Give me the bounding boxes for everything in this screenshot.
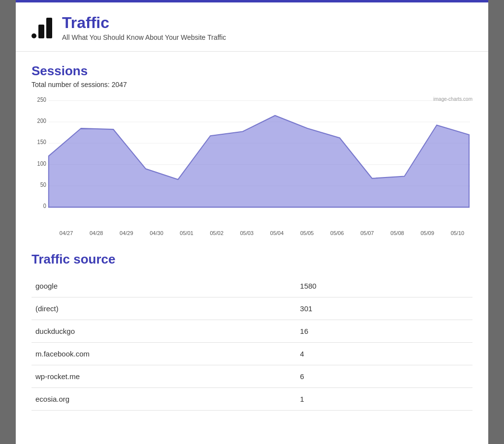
table-row: m.facebook.com 4 xyxy=(32,343,472,365)
source-count: 301 xyxy=(296,297,472,320)
area-chart: 250 200 150 100 50 0 xyxy=(32,96,472,224)
sessions-subtitle: Total number of sessions: 2047 xyxy=(32,81,472,89)
source-count: 1580 xyxy=(296,275,472,297)
source-count: 16 xyxy=(296,320,472,343)
source-name: m.facebook.com xyxy=(32,343,296,365)
svg-text:0: 0 xyxy=(43,203,46,209)
source-name: duckduckgo xyxy=(32,320,296,343)
sessions-section: Sessions Total number of sessions: 2047 … xyxy=(32,63,472,236)
x-label-3: 04/30 xyxy=(141,230,171,236)
x-label-6: 05/03 xyxy=(232,230,262,236)
traffic-source-section: Traffic source google 1580 (direct) 301 … xyxy=(32,252,472,411)
x-label-7: 05/04 xyxy=(262,230,292,236)
source-name: wp-rocket.me xyxy=(32,365,296,388)
x-label-9: 05/06 xyxy=(322,230,352,236)
header: Traffic All What You Should Know About Y… xyxy=(16,2,488,52)
traffic-source-title: Traffic source xyxy=(32,252,472,267)
x-label-0: 04/27 xyxy=(51,230,81,236)
source-count: 4 xyxy=(296,343,472,365)
chart-area xyxy=(49,116,469,207)
logo-bars xyxy=(32,18,52,38)
source-count: 6 xyxy=(296,365,472,388)
x-label-2: 04/29 xyxy=(111,230,141,236)
logo-bar-medium xyxy=(38,25,44,38)
svg-text:100: 100 xyxy=(37,161,46,167)
table-row: ecosia.org 1 xyxy=(32,388,472,411)
x-label-10: 05/07 xyxy=(352,230,382,236)
table-row: duckduckgo 16 xyxy=(32,320,472,343)
source-name: google xyxy=(32,275,296,297)
chart-container: image-charts.com 250 200 150 100 50 0 xyxy=(32,96,472,224)
page-subtitle: All What You Should Know About Your Webs… xyxy=(62,33,226,41)
source-name: ecosia.org xyxy=(32,388,296,411)
sessions-title: Sessions xyxy=(32,63,472,79)
x-label-1: 04/28 xyxy=(81,230,111,236)
table-row: (direct) 301 xyxy=(32,297,472,320)
x-label-5: 05/02 xyxy=(202,230,232,236)
x-label-12: 05/09 xyxy=(412,230,442,236)
source-name: (direct) xyxy=(32,297,296,320)
svg-text:200: 200 xyxy=(37,118,46,124)
x-axis-labels: 04/27 04/28 04/29 04/30 05/01 05/02 05/0… xyxy=(32,228,472,236)
table-row: wp-rocket.me 6 xyxy=(32,365,472,388)
table-row: google 1580 xyxy=(32,275,472,297)
source-count: 1 xyxy=(296,388,472,411)
header-text: Traffic All What You Should Know About Y… xyxy=(62,14,226,41)
logo-bar-tall xyxy=(46,18,52,38)
svg-text:50: 50 xyxy=(40,182,46,188)
x-label-13: 05/10 xyxy=(442,230,472,236)
x-label-4: 05/01 xyxy=(172,230,202,236)
svg-text:150: 150 xyxy=(37,139,46,145)
x-label-8: 05/05 xyxy=(292,230,322,236)
page-title: Traffic xyxy=(62,14,226,31)
x-label-11: 05/08 xyxy=(382,230,412,236)
chart-watermark: image-charts.com xyxy=(434,96,472,102)
svg-text:250: 250 xyxy=(37,97,46,103)
logo-bar-dot xyxy=(32,33,36,38)
page-container: Traffic All What You Should Know About Y… xyxy=(16,0,488,444)
main-content: Sessions Total number of sessions: 2047 … xyxy=(16,52,488,426)
traffic-table: google 1580 (direct) 301 duckduckgo 16 m… xyxy=(32,275,472,411)
logo-icon xyxy=(32,18,52,38)
